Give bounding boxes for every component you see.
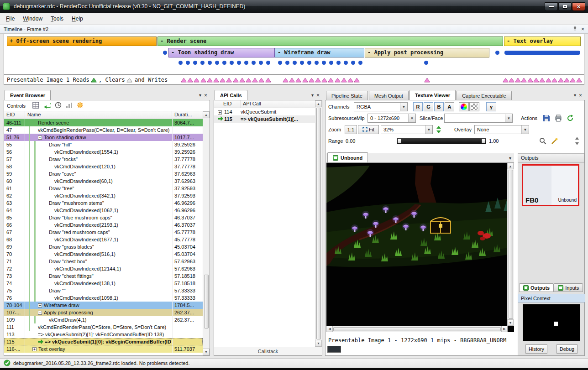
draw-dot[interactable] [178,61,183,65]
usage-marker[interactable] [424,78,430,83]
event-row[interactable]: 46-111Render scene3064.7... [4,119,203,126]
draw-dot[interactable] [285,61,289,65]
draw-dot[interactable] [307,61,311,65]
save-icon[interactable] [542,114,551,123]
usage-marker[interactable] [570,78,576,83]
chevron-down-icon[interactable]: ▾ [199,93,201,98]
api-call-row[interactable]: 115=> vkQueueSubmit(1)[... [214,115,315,123]
tab-mesh-output[interactable]: Mesh Output [369,91,409,100]
event-browser-scrollbar[interactable]: ▲ ▼ [203,111,210,355]
usage-marker[interactable] [515,78,521,83]
usage-marker[interactable] [509,78,514,83]
event-row[interactable]: 63Draw "mushroom stems"46.96296 [4,199,203,207]
scroll-up-icon[interactable]: ▲ [315,100,322,107]
zoom-fit-button[interactable]: Fit [358,125,379,134]
scroll-thumb[interactable] [316,108,321,339]
usage-marker[interactable] [347,78,353,83]
usage-marker[interactable] [321,78,327,83]
zoom-select[interactable]: 32%▼ [381,125,433,134]
autofit-wand-icon[interactable] [550,136,559,146]
draw-dot[interactable] [336,61,341,65]
usage-marker[interactable] [289,78,295,83]
event-row[interactable]: 67Draw "red mushroom caps"45.77778 [4,229,203,236]
event-row[interactable]: 58vkCmdDrawIndexed(120,1)37.77778 [4,163,203,170]
draw-dot[interactable] [278,61,282,65]
event-row[interactable]: 57Draw "rocks"37.77778 [4,156,203,163]
tab-outputs[interactable]: Outputs [519,283,554,292]
event-row[interactable]: 56vkCmdDrawIndexed(1554,1)39.25926 [4,148,203,156]
usage-marker[interactable] [527,78,533,83]
event-row[interactable]: 60vkCmdDrawIndexed(60,1)37.62963 [4,177,203,185]
event-row[interactable]: 107-...-Apply post processing262.37... [4,309,203,316]
close-icon[interactable]: × [316,93,320,98]
chevron-down-icon[interactable]: ▾ [574,93,576,98]
draw-dot[interactable] [200,61,205,65]
event-row[interactable]: 61Draw "tree"37.92593 [4,185,203,192]
api-calls-scrollbar[interactable]: ▲ ▼ [315,100,322,347]
toolbar-overflow-up-icon[interactable] [574,135,580,141]
usage-marker[interactable] [309,78,315,83]
usage-marker[interactable] [295,78,301,83]
event-row[interactable]: 72vkCmdDrawIndexed(12144,1)57.62963 [4,265,203,272]
scroll-thumb[interactable] [204,275,209,328]
pixel-context-view[interactable] [523,304,580,341]
usage-marker[interactable] [539,78,545,83]
draw-dot[interactable] [163,51,167,55]
tab-api-calls[interactable]: API Calls [215,90,247,100]
background-checker-button[interactable] [469,102,479,111]
event-row[interactable]: 115=> vkQueueSubmit(1)[0]: vkBeginComman… [4,338,203,345]
toolbar-overflow-down-icon[interactable] [574,141,580,146]
tab-capture-executable[interactable]: Capture Executable [457,91,512,100]
timeline-marker[interactable]: - Wireframe draw [275,48,364,57]
draw-dot[interactable] [222,61,226,65]
draw-dot[interactable] [322,61,326,65]
usage-marker[interactable] [213,78,219,83]
zoom-range-icon[interactable] [538,136,547,146]
zoom-1to1-button[interactable]: 1:1 [345,125,357,134]
tab-texture-viewer[interactable]: Texture Viewer [410,90,456,100]
menu-item-help[interactable]: Help [68,14,87,23]
mip-select[interactable]: 0 - 1272x690▼ [368,114,416,123]
draw-dot[interactable] [315,61,319,65]
timeline-track[interactable]: + Off-screen scene rendering- Render sce… [4,34,584,74]
draw-dot[interactable] [358,61,362,65]
draw-dot[interactable] [208,61,212,65]
draw-range-bar[interactable] [504,51,580,55]
expander-icon[interactable]: + [218,110,222,115]
history-button[interactable]: History [525,344,547,354]
usage-marker[interactable] [207,78,213,83]
callstack-bar[interactable]: Callstack [214,347,322,355]
flip-y-icon[interactable] [435,125,442,134]
usage-marker[interactable] [558,78,564,83]
expander-icon[interactable]: - [38,135,42,140]
texture-list-chevron-icon[interactable]: ▾ [509,156,511,161]
menu-item-tools[interactable]: Tools [47,14,68,23]
texture-viewport[interactable]: ▲ ▼ ◀ ▶ [326,163,514,332]
draw-dot[interactable] [424,61,428,65]
draw-dot[interactable] [300,61,304,65]
event-row[interactable]: 113=> vkQueueSubmit(2)[1]: vkEndCommandB… [4,331,203,338]
gamma-button[interactable]: γ [486,102,496,111]
pin-icon[interactable] [572,26,578,32]
stats-icon[interactable] [66,102,73,109]
event-row[interactable]: 62vkCmdDrawIndexed(342,1)37.92593 [4,192,203,199]
usage-marker[interactable] [252,78,258,83]
event-row[interactable]: 69Draw "grass blades"45.03704 [4,243,203,250]
usage-marker[interactable] [226,78,232,83]
event-row[interactable]: 64vkCmdDrawIndexed(1062,1)46.96296 [4,207,203,214]
scroll-down-icon[interactable]: ▼ [507,319,514,326]
menu-item-window[interactable]: Window [19,14,47,23]
minimize-button[interactable] [545,2,558,11]
scroll-down-icon[interactable]: ▼ [315,340,322,347]
event-row[interactable]: 78-104+Wireframe draw1784.5... [4,302,203,309]
close-icon[interactable]: × [204,93,207,98]
usage-marker[interactable] [258,78,264,83]
debug-button[interactable]: Debug [556,344,578,354]
find-icon[interactable] [32,102,39,109]
slice-face-select[interactable]: ▼ [444,114,513,123]
channels-select[interactable]: RGBA▼ [354,102,408,111]
timeline-marker[interactable]: - Text overlay [504,36,581,46]
event-row[interactable]: 47vkCmdBeginRenderPass(C=Clear, D=Clear,… [4,126,203,134]
timeline-close-icon[interactable]: × [581,26,584,32]
expander-icon[interactable]: - [38,311,42,315]
